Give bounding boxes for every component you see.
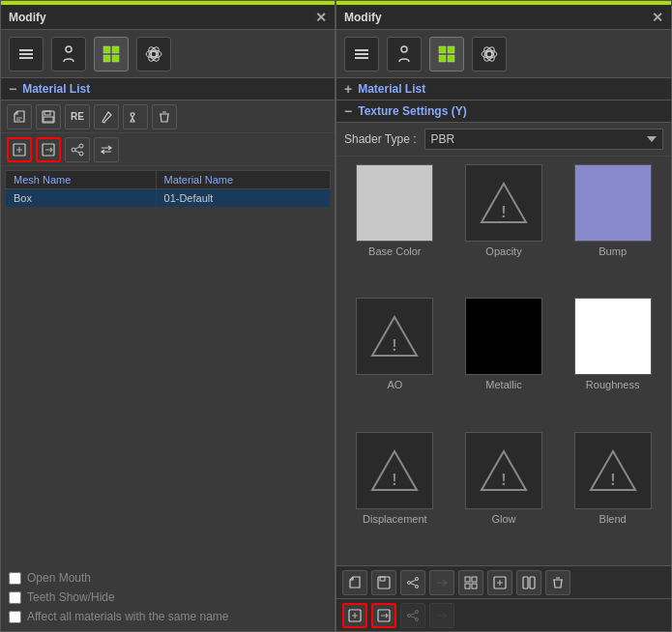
shader-type-select[interactable]: PBR Standard Unlit — [424, 129, 664, 150]
base-color-thumb[interactable] — [356, 164, 433, 242]
svg-text:!: ! — [393, 472, 397, 488]
svg-rect-47 — [530, 577, 535, 589]
right-share4-button[interactable] — [429, 603, 454, 628]
blend-label: Blend — [599, 513, 627, 525]
right-grid-button[interactable] — [458, 570, 483, 595]
left-save-button[interactable] — [36, 104, 61, 129]
displacement-thumb[interactable]: ! — [356, 432, 433, 509]
svg-point-15 — [79, 144, 83, 148]
opacity-label: Opacity — [485, 245, 521, 257]
material-name-header: Material Name — [156, 171, 330, 189]
teeth-show-checkbox[interactable] — [9, 591, 21, 604]
svg-point-5 — [151, 51, 157, 57]
left-paint-button[interactable] — [123, 104, 148, 129]
svg-point-52 — [416, 618, 419, 620]
svg-rect-1 — [103, 46, 110, 53]
svg-point-39 — [416, 577, 419, 580]
shader-type-row: Shader Type : PBR Standard Unlit — [336, 123, 671, 157]
right-texture-settings-header: − Texture Settings (Y) — [336, 101, 671, 123]
glow-thumb[interactable]: ! — [465, 432, 542, 509]
affect-all-row[interactable]: Affect all materials with the same name — [9, 610, 327, 623]
metallic-thumb[interactable] — [465, 298, 542, 375]
texture-slot-displacement: ! Displacement — [344, 432, 446, 558]
left-expand-button[interactable] — [7, 137, 32, 162]
left-eyedropper-button[interactable] — [94, 104, 119, 129]
left-share-button[interactable] — [65, 137, 90, 162]
texture-grid: Base Color ! Opacity Bump ! — [336, 157, 671, 565]
glow-label: Glow — [491, 513, 515, 525]
texture-slot-bump: Bump — [562, 164, 663, 290]
left-reload-button[interactable]: RE — [65, 104, 90, 129]
left-tab-atom-button[interactable] — [136, 37, 171, 72]
svg-point-40 — [416, 585, 419, 588]
right-tex-minus-button[interactable]: − — [344, 104, 352, 118]
bump-label: Bump — [599, 245, 627, 257]
base-color-label: Base Color — [368, 245, 421, 257]
left-load-button[interactable] — [7, 104, 32, 129]
right-export2-button[interactable] — [371, 603, 396, 628]
svg-text:!: ! — [501, 204, 506, 220]
left-tab-grid-button[interactable] — [94, 37, 129, 72]
svg-rect-46 — [523, 577, 528, 589]
left-title-bar: Modify ✕ — [1, 5, 335, 30]
right-share2-button[interactable] — [429, 570, 454, 595]
ao-thumb[interactable]: ! — [356, 298, 433, 375]
left-collapse-button[interactable]: − — [9, 82, 16, 96]
svg-text:!: ! — [501, 472, 506, 488]
left-export-button[interactable] — [36, 137, 61, 162]
svg-rect-20 — [439, 55, 446, 62]
mesh-cell: Box — [6, 189, 157, 208]
left-swap-button[interactable] — [94, 137, 119, 162]
left-material-list-label: Material List — [22, 82, 90, 96]
teeth-show-row[interactable]: Teeth Show/Hide — [9, 590, 327, 604]
right-share-button[interactable] — [400, 570, 425, 595]
table-row[interactable]: Box 01-Default — [6, 189, 331, 208]
right-tab-grid-button[interactable] — [429, 37, 464, 72]
right-material-list-label: Material List — [358, 82, 425, 96]
roughness-thumb[interactable] — [574, 298, 652, 375]
right-tab-arrow-button[interactable] — [344, 37, 379, 72]
left-tab-arrow-button[interactable] — [9, 37, 44, 72]
right-mat-plus-button[interactable]: + — [344, 82, 352, 96]
teeth-show-label: Teeth Show/Hide — [27, 590, 115, 604]
right-save-button[interactable] — [371, 570, 396, 595]
left-tab-icons — [1, 30, 335, 78]
right-expand2-button[interactable] — [342, 603, 367, 628]
metallic-label: Metallic — [485, 379, 521, 390]
texture-slot-opacity: ! Opacity — [453, 164, 555, 290]
right-tab-atom-button[interactable] — [472, 37, 507, 72]
left-close-button[interactable]: ✕ — [315, 10, 327, 25]
texture-slot-metallic: Metallic — [453, 298, 555, 423]
left-toolbar-2 — [1, 133, 335, 166]
blend-thumb[interactable]: ! — [574, 432, 652, 509]
right-title: Modify — [344, 11, 382, 24]
bump-thumb[interactable] — [574, 164, 652, 242]
open-mouth-checkbox[interactable] — [9, 572, 21, 585]
right-split-button[interactable] — [516, 570, 541, 595]
opacity-thumb[interactable]: ! — [465, 164, 542, 242]
svg-rect-42 — [472, 577, 477, 582]
svg-rect-44 — [472, 584, 477, 589]
left-tab-figure-button[interactable] — [51, 37, 86, 72]
right-texture-settings-label: Texture Settings (Y) — [358, 104, 466, 118]
svg-point-17 — [401, 46, 407, 52]
open-mouth-label: Open Mouth — [27, 571, 91, 585]
affect-all-checkbox[interactable] — [9, 611, 21, 623]
right-panel: Modify ✕ + Mat — [336, 0, 672, 632]
svg-rect-11 — [44, 117, 53, 122]
svg-rect-2 — [112, 46, 119, 53]
right-close-button[interactable]: ✕ — [652, 10, 663, 25]
right-share3-button[interactable] — [400, 603, 425, 628]
right-tab-icons — [336, 30, 671, 78]
texture-slot-glow: ! Glow — [453, 432, 555, 558]
left-delete-button[interactable] — [152, 104, 177, 129]
svg-rect-41 — [465, 577, 470, 582]
right-expand-button[interactable] — [487, 570, 512, 595]
right-tab-figure-button[interactable] — [387, 37, 422, 72]
right-load-button[interactable] — [342, 570, 367, 595]
ao-label: AO — [387, 379, 402, 390]
right-delete-button[interactable] — [545, 570, 570, 595]
affect-all-label: Affect all materials with the same name — [27, 610, 229, 623]
svg-point-22 — [486, 51, 492, 57]
open-mouth-row[interactable]: Open Mouth — [9, 571, 327, 585]
